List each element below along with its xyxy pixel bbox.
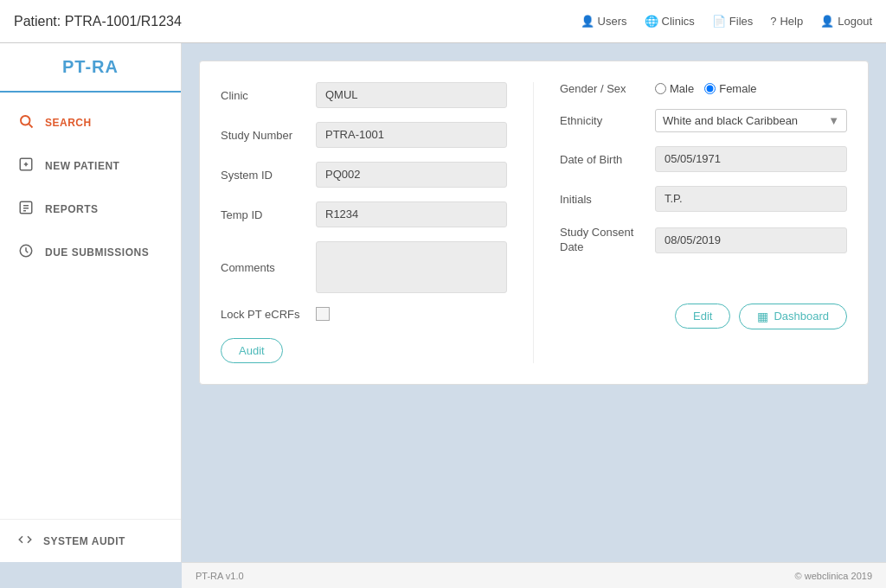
gender-female-option[interactable]: Female (704, 82, 756, 95)
system-id-row: System ID PQ002 (221, 162, 507, 188)
gender-label: Gender / Sex (560, 82, 655, 95)
study-consent-value: 08/05/2019 (655, 227, 847, 253)
system-id-value: PQ002 (316, 162, 507, 188)
dob-value: 05/05/1971 (655, 146, 847, 172)
dob-row: Date of Birth 05/05/1971 (560, 146, 847, 172)
chevron-down-icon: ▼ (828, 114, 839, 127)
nav-clinics[interactable]: 🌐 Clinics (645, 15, 695, 28)
gender-male-option[interactable]: Male (655, 82, 694, 95)
search-icon (17, 113, 35, 132)
footer-version: PT-RA v1.0 (196, 571, 244, 581)
top-bar: Patient: PTRA-1001/R1234 👤 Users 🌐 Clini… (0, 0, 886, 43)
users-icon: 👤 (581, 15, 594, 28)
gender-male-radio[interactable] (655, 83, 666, 94)
files-icon: 📄 (712, 15, 726, 28)
audit-button[interactable]: Audit (221, 338, 283, 363)
sidebar-item-new-patient[interactable]: New Patient (0, 144, 181, 188)
clinics-icon: 🌐 (645, 15, 658, 28)
system-audit-label: System Audit (43, 535, 125, 547)
comments-row: Comments (221, 241, 507, 293)
ethnicity-select[interactable]: White and black Caribbean ▼ (655, 109, 847, 132)
logout-icon: 👤 (820, 15, 834, 28)
sidebar-item-label-due-submissions: Due Submissions (45, 246, 149, 259)
sidebar-item-label-reports: Reports (45, 203, 99, 215)
gender-female-radio[interactable] (704, 83, 716, 94)
form-right: Gender / Sex Male Female (534, 82, 847, 363)
system-id-label: System ID (221, 169, 316, 182)
footer-copyright: © webclinica 2019 (795, 571, 872, 581)
temp-id-row: Temp ID R1234 (221, 201, 507, 227)
gender-female-label: Female (719, 82, 756, 95)
study-number-label: Study Number (221, 129, 316, 142)
reports-icon (17, 200, 35, 219)
clinic-value: QMUL (316, 82, 507, 108)
sidebar-item-label-search: Search (45, 117, 92, 129)
gender-row: Gender / Sex Male Female (560, 82, 847, 95)
new-patient-icon (17, 157, 35, 176)
nav-help[interactable]: ? Help (770, 15, 803, 28)
svg-line-1 (29, 124, 32, 127)
initials-label: Initials (560, 193, 655, 206)
nav-files[interactable]: 📄 Files (712, 15, 753, 28)
content-area: Clinic QMUL Study Number PTRA-1001 Syste… (182, 43, 886, 562)
left-buttons-row: Audit (221, 338, 507, 363)
system-audit-icon (17, 532, 33, 550)
patient-card: Clinic QMUL Study Number PTRA-1001 Syste… (199, 61, 869, 385)
clinic-row: Clinic QMUL (221, 82, 507, 108)
sidebar-footer-system-audit[interactable]: System Audit (0, 519, 181, 562)
study-number-value: PTRA-1001 (316, 122, 507, 148)
sidebar-logo: PT-RA (0, 43, 181, 93)
dob-label: Date of Birth (560, 153, 655, 166)
sidebar-item-search[interactable]: Search (0, 101, 181, 144)
temp-id-value: R1234 (316, 201, 507, 227)
initials-value: T.P. (655, 186, 847, 212)
lock-label: Lock PT eCRFs (221, 308, 316, 321)
due-submissions-icon (17, 243, 35, 262)
nav-logout[interactable]: 👤 Logout (820, 15, 872, 28)
dashboard-button[interactable]: ▦ Dashboard (739, 304, 847, 329)
comments-label: Comments (221, 261, 316, 274)
edit-button[interactable]: Edit (675, 304, 730, 329)
page-title: Patient: PTRA-1001/R1234 (14, 14, 581, 29)
dashboard-icon: ▦ (757, 310, 768, 323)
sidebar-item-reports[interactable]: Reports (0, 188, 181, 231)
study-consent-label: Study Consent Date (560, 226, 655, 255)
top-nav: 👤 Users 🌐 Clinics 📄 Files ? Help 👤 Logou… (581, 15, 872, 28)
study-number-row: Study Number PTRA-1001 (221, 122, 507, 148)
sidebar-item-label-new-patient: New Patient (45, 160, 119, 172)
gender-male-label: Male (670, 82, 694, 95)
ethnicity-row: Ethnicity White and black Caribbean ▼ (560, 109, 847, 132)
form-left: Clinic QMUL Study Number PTRA-1001 Syste… (221, 82, 534, 363)
lock-row: Lock PT eCRFs (221, 307, 507, 321)
sidebar: PT-RA Search (0, 43, 182, 562)
form-grid: Clinic QMUL Study Number PTRA-1001 Syste… (221, 82, 847, 363)
sidebar-nav: Search New Patient (0, 93, 181, 519)
temp-id-label: Temp ID (221, 208, 316, 221)
gender-options: Male Female (655, 82, 757, 95)
ethnicity-label: Ethnicity (560, 114, 655, 127)
nav-users[interactable]: 👤 Users (581, 15, 627, 28)
sidebar-item-due-submissions[interactable]: Due Submissions (0, 231, 181, 274)
initials-row: Initials T.P. (560, 186, 847, 212)
lock-checkbox[interactable] (316, 307, 330, 321)
help-icon: ? (770, 15, 776, 28)
comments-value (316, 241, 507, 293)
main-layout: PT-RA Search (0, 43, 886, 562)
footer-bar: PT-RA v1.0 © webclinica 2019 (182, 562, 886, 588)
clinic-label: Clinic (221, 89, 316, 102)
svg-point-0 (21, 116, 30, 125)
right-buttons-row: Edit ▦ Dashboard (675, 304, 847, 329)
ethnicity-value: White and black Caribbean (663, 114, 798, 127)
study-consent-row: Study Consent Date 08/05/2019 (560, 226, 847, 255)
